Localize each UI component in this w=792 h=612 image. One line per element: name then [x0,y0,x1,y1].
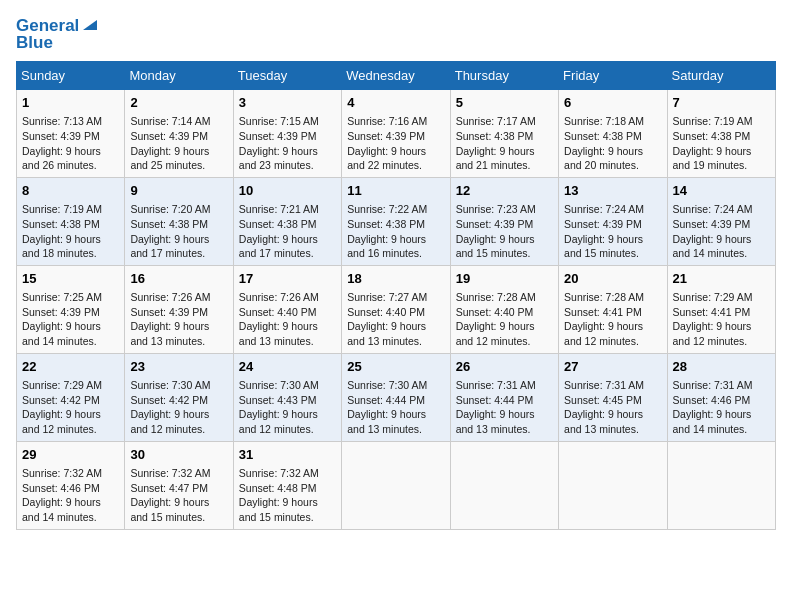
day-info: Sunrise: 7:24 AM Sunset: 4:39 PM Dayligh… [673,202,770,261]
calendar-cell: 10Sunrise: 7:21 AM Sunset: 4:38 PM Dayli… [233,177,341,265]
calendar-cell: 14Sunrise: 7:24 AM Sunset: 4:39 PM Dayli… [667,177,775,265]
calendar-cell: 11Sunrise: 7:22 AM Sunset: 4:38 PM Dayli… [342,177,450,265]
calendar-table: SundayMondayTuesdayWednesdayThursdayFrid… [16,61,776,530]
day-header-thursday: Thursday [450,62,558,90]
day-number: 15 [22,270,119,288]
day-number: 30 [130,446,227,464]
day-number: 18 [347,270,444,288]
day-info: Sunrise: 7:25 AM Sunset: 4:39 PM Dayligh… [22,290,119,349]
day-number: 5 [456,94,553,112]
day-number: 9 [130,182,227,200]
calendar-cell: 28Sunrise: 7:31 AM Sunset: 4:46 PM Dayli… [667,353,775,441]
day-info: Sunrise: 7:30 AM Sunset: 4:44 PM Dayligh… [347,378,444,437]
day-header-saturday: Saturday [667,62,775,90]
day-info: Sunrise: 7:17 AM Sunset: 4:38 PM Dayligh… [456,114,553,173]
logo-general: General [16,17,79,34]
day-number: 4 [347,94,444,112]
day-info: Sunrise: 7:26 AM Sunset: 4:39 PM Dayligh… [130,290,227,349]
day-info: Sunrise: 7:28 AM Sunset: 4:40 PM Dayligh… [456,290,553,349]
calendar-cell: 30Sunrise: 7:32 AM Sunset: 4:47 PM Dayli… [125,441,233,529]
calendar-cell: 23Sunrise: 7:30 AM Sunset: 4:42 PM Dayli… [125,353,233,441]
calendar-cell [342,441,450,529]
day-number: 19 [456,270,553,288]
day-number: 12 [456,182,553,200]
day-header-friday: Friday [559,62,667,90]
day-number: 26 [456,358,553,376]
calendar-cell: 19Sunrise: 7:28 AM Sunset: 4:40 PM Dayli… [450,265,558,353]
calendar-cell: 13Sunrise: 7:24 AM Sunset: 4:39 PM Dayli… [559,177,667,265]
day-info: Sunrise: 7:32 AM Sunset: 4:47 PM Dayligh… [130,466,227,525]
calendar-cell: 16Sunrise: 7:26 AM Sunset: 4:39 PM Dayli… [125,265,233,353]
day-number: 3 [239,94,336,112]
week-row-5: 29Sunrise: 7:32 AM Sunset: 4:46 PM Dayli… [17,441,776,529]
day-info: Sunrise: 7:24 AM Sunset: 4:39 PM Dayligh… [564,202,661,261]
day-number: 21 [673,270,770,288]
day-number: 8 [22,182,119,200]
calendar-cell: 31Sunrise: 7:32 AM Sunset: 4:48 PM Dayli… [233,441,341,529]
day-info: Sunrise: 7:32 AM Sunset: 4:46 PM Dayligh… [22,466,119,525]
day-number: 24 [239,358,336,376]
day-number: 25 [347,358,444,376]
day-number: 11 [347,182,444,200]
calendar-cell [559,441,667,529]
day-info: Sunrise: 7:22 AM Sunset: 4:38 PM Dayligh… [347,202,444,261]
calendar-cell: 27Sunrise: 7:31 AM Sunset: 4:45 PM Dayli… [559,353,667,441]
calendar-cell: 1Sunrise: 7:13 AM Sunset: 4:39 PM Daylig… [17,90,125,178]
header-row: SundayMondayTuesdayWednesdayThursdayFrid… [17,62,776,90]
week-row-1: 1Sunrise: 7:13 AM Sunset: 4:39 PM Daylig… [17,90,776,178]
week-row-4: 22Sunrise: 7:29 AM Sunset: 4:42 PM Dayli… [17,353,776,441]
day-info: Sunrise: 7:31 AM Sunset: 4:46 PM Dayligh… [673,378,770,437]
day-number: 7 [673,94,770,112]
day-info: Sunrise: 7:14 AM Sunset: 4:39 PM Dayligh… [130,114,227,173]
day-info: Sunrise: 7:13 AM Sunset: 4:39 PM Dayligh… [22,114,119,173]
day-info: Sunrise: 7:32 AM Sunset: 4:48 PM Dayligh… [239,466,336,525]
calendar-cell: 18Sunrise: 7:27 AM Sunset: 4:40 PM Dayli… [342,265,450,353]
day-info: Sunrise: 7:20 AM Sunset: 4:38 PM Dayligh… [130,202,227,261]
day-info: Sunrise: 7:30 AM Sunset: 4:42 PM Dayligh… [130,378,227,437]
day-info: Sunrise: 7:16 AM Sunset: 4:39 PM Dayligh… [347,114,444,173]
day-info: Sunrise: 7:15 AM Sunset: 4:39 PM Dayligh… [239,114,336,173]
calendar-cell: 6Sunrise: 7:18 AM Sunset: 4:38 PM Daylig… [559,90,667,178]
day-number: 16 [130,270,227,288]
day-header-wednesday: Wednesday [342,62,450,90]
day-header-sunday: Sunday [17,62,125,90]
day-header-tuesday: Tuesday [233,62,341,90]
logo-mark: General Blue [16,16,99,51]
day-number: 23 [130,358,227,376]
day-info: Sunrise: 7:26 AM Sunset: 4:40 PM Dayligh… [239,290,336,349]
calendar-cell: 21Sunrise: 7:29 AM Sunset: 4:41 PM Dayli… [667,265,775,353]
day-info: Sunrise: 7:29 AM Sunset: 4:41 PM Dayligh… [673,290,770,349]
logo-blue: Blue [16,34,99,51]
calendar-cell: 12Sunrise: 7:23 AM Sunset: 4:39 PM Dayli… [450,177,558,265]
day-info: Sunrise: 7:18 AM Sunset: 4:38 PM Dayligh… [564,114,661,173]
day-info: Sunrise: 7:28 AM Sunset: 4:41 PM Dayligh… [564,290,661,349]
calendar-cell: 22Sunrise: 7:29 AM Sunset: 4:42 PM Dayli… [17,353,125,441]
calendar-cell: 8Sunrise: 7:19 AM Sunset: 4:38 PM Daylig… [17,177,125,265]
day-number: 6 [564,94,661,112]
day-info: Sunrise: 7:31 AM Sunset: 4:45 PM Dayligh… [564,378,661,437]
svg-marker-0 [83,20,97,30]
day-header-monday: Monday [125,62,233,90]
calendar-cell: 24Sunrise: 7:30 AM Sunset: 4:43 PM Dayli… [233,353,341,441]
day-number: 27 [564,358,661,376]
day-number: 29 [22,446,119,464]
day-info: Sunrise: 7:27 AM Sunset: 4:40 PM Dayligh… [347,290,444,349]
day-number: 14 [673,182,770,200]
calendar-cell: 2Sunrise: 7:14 AM Sunset: 4:39 PM Daylig… [125,90,233,178]
day-number: 20 [564,270,661,288]
calendar-cell: 26Sunrise: 7:31 AM Sunset: 4:44 PM Dayli… [450,353,558,441]
calendar-cell: 25Sunrise: 7:30 AM Sunset: 4:44 PM Dayli… [342,353,450,441]
header: General Blue [16,16,776,51]
day-info: Sunrise: 7:19 AM Sunset: 4:38 PM Dayligh… [22,202,119,261]
day-number: 13 [564,182,661,200]
logo-bird-icon [79,16,99,34]
day-number: 28 [673,358,770,376]
day-info: Sunrise: 7:19 AM Sunset: 4:38 PM Dayligh… [673,114,770,173]
day-info: Sunrise: 7:31 AM Sunset: 4:44 PM Dayligh… [456,378,553,437]
day-number: 31 [239,446,336,464]
calendar-cell: 5Sunrise: 7:17 AM Sunset: 4:38 PM Daylig… [450,90,558,178]
calendar-cell: 17Sunrise: 7:26 AM Sunset: 4:40 PM Dayli… [233,265,341,353]
logo: General Blue [16,16,99,51]
calendar-cell: 29Sunrise: 7:32 AM Sunset: 4:46 PM Dayli… [17,441,125,529]
calendar-cell [667,441,775,529]
